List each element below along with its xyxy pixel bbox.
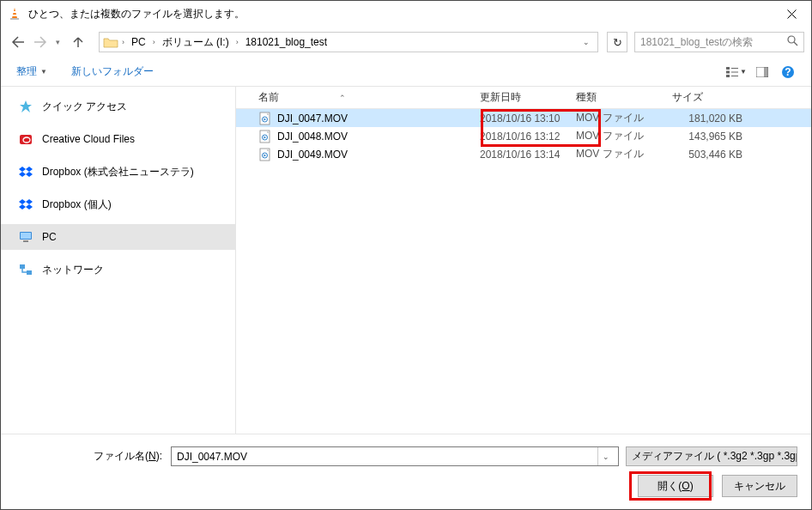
history-dropdown[interactable]: ▾	[52, 38, 63, 46]
file-name: DJI_0049.MOV	[277, 149, 348, 161]
file-size: 143,965 KB	[672, 131, 758, 143]
sidebar-item-creative-cloud[interactable]: Creative Cloud Files	[1, 126, 235, 152]
svg-text:?: ?	[785, 66, 791, 78]
col-date[interactable]: 更新日時	[480, 90, 576, 105]
search-input[interactable]: 181021_blog_testの検索	[634, 32, 804, 52]
svg-rect-1	[10, 18, 19, 20]
chevron-right-icon: ›	[151, 38, 157, 46]
toolbar: 整理▼ 新しいフォルダー ▼ ?	[1, 58, 811, 87]
file-list-pane: 名前⌃ 更新日時 種類 サイズ DJI_0047.MOV2018/10/16 1…	[236, 87, 811, 434]
search-icon	[787, 35, 798, 49]
chevron-right-icon: ›	[120, 38, 126, 46]
address-dropdown[interactable]: ⌄	[579, 38, 594, 46]
video-file-icon	[258, 130, 272, 143]
folder-icon	[103, 35, 118, 49]
col-name[interactable]: 名前⌃	[258, 90, 480, 105]
svg-rect-27	[21, 233, 31, 239]
filetype-filter[interactable]: メディアファイル ( *.3g2 *.3gp *.3gp ⌄	[626, 446, 797, 466]
creative-cloud-icon	[18, 131, 33, 147]
svg-rect-6	[726, 70, 730, 73]
file-name: DJI_0047.MOV	[277, 112, 348, 124]
search-placeholder: 181021_blog_testの検索	[640, 35, 787, 50]
file-row[interactable]: DJI_0049.MOV2018/10/16 13:14MOV ファイル503,…	[236, 145, 811, 163]
refresh-button[interactable]: ↻	[607, 32, 627, 52]
sidebar-item-dropbox-1[interactable]: Dropbox (株式会社ニューステラ)	[1, 159, 235, 185]
svg-marker-24	[19, 204, 26, 209]
forward-button[interactable]	[30, 32, 51, 52]
pc-icon	[18, 229, 33, 245]
svg-rect-12	[764, 67, 768, 77]
sidebar: クイック アクセス Creative Cloud Files Dropbox (…	[1, 87, 236, 434]
svg-point-4	[788, 36, 795, 43]
new-folder-button[interactable]: 新しいフォルダー	[66, 61, 159, 82]
file-size: 181,020 KB	[672, 112, 758, 124]
col-type[interactable]: 種類	[576, 90, 672, 105]
video-file-icon	[258, 148, 272, 161]
network-icon	[18, 262, 33, 277]
column-headers: 名前⌃ 更新日時 種類 サイズ	[236, 87, 811, 109]
svg-rect-2	[13, 11, 16, 13]
file-rows: DJI_0047.MOV2018/10/16 13:10MOV ファイル181,…	[236, 109, 811, 434]
filename-dropdown[interactable]: ⌄	[597, 447, 613, 465]
back-button[interactable]	[8, 32, 28, 52]
col-size[interactable]: サイズ	[672, 90, 758, 105]
file-row[interactable]: DJI_0048.MOV2018/10/16 13:12MOV ファイル143,…	[236, 127, 811, 145]
sort-indicator-icon: ⌃	[339, 94, 346, 102]
help-button[interactable]: ?	[775, 63, 801, 82]
file-date: 2018/10/16 13:10	[480, 112, 576, 124]
sidebar-item-quick-access[interactable]: クイック アクセス	[1, 94, 235, 119]
dropbox-icon	[18, 197, 33, 212]
quick-access-icon	[18, 99, 33, 114]
chevron-right-icon: ›	[234, 38, 240, 46]
file-name: DJI_0048.MOV	[277, 131, 348, 143]
breadcrumb-folder[interactable]: 181021_blog_test	[242, 36, 330, 48]
svg-rect-10	[731, 76, 738, 76]
svg-rect-28	[23, 240, 28, 242]
svg-marker-20	[19, 172, 26, 177]
close-button[interactable]	[773, 1, 811, 27]
svg-rect-7	[726, 75, 730, 77]
breadcrumb-volume[interactable]: ボリューム (I:)	[159, 35, 233, 50]
svg-marker-22	[19, 199, 26, 204]
sidebar-item-pc[interactable]: PC	[1, 224, 235, 250]
file-type: MOV ファイル	[576, 147, 672, 161]
dialog-title: ひとつ、または複数のファイルを選択します。	[28, 7, 773, 21]
file-size: 503,446 KB	[672, 149, 758, 161]
svg-rect-29	[20, 264, 25, 269]
svg-rect-5	[726, 67, 730, 70]
file-type: MOV ファイル	[576, 111, 672, 125]
svg-rect-8	[731, 68, 738, 69]
file-open-dialog: ひとつ、または複数のファイルを選択します。 ▾ › PC › ボリューム (I:…	[0, 0, 812, 510]
svg-marker-18	[19, 167, 26, 172]
file-row[interactable]: DJI_0047.MOV2018/10/16 13:10MOV ファイル181,…	[236, 109, 811, 127]
filename-label: ファイル名(N):	[1, 449, 171, 464]
file-date: 2018/10/16 13:12	[480, 131, 576, 143]
up-button[interactable]	[68, 32, 88, 52]
file-date: 2018/10/16 13:14	[480, 149, 576, 161]
view-options-button[interactable]: ▼	[724, 63, 749, 82]
sidebar-item-network[interactable]: ネットワーク	[1, 257, 235, 282]
svg-marker-19	[26, 167, 33, 172]
organize-button[interactable]: 整理▼	[11, 61, 52, 82]
svg-rect-9	[731, 71, 738, 72]
svg-marker-21	[26, 172, 33, 177]
svg-marker-23	[26, 199, 33, 204]
body: クイック アクセス Creative Cloud Files Dropbox (…	[1, 87, 811, 434]
footer: ファイル名(N): DJI_0047.MOV ⌄ メディアファイル ( *.3g…	[1, 434, 811, 509]
titlebar: ひとつ、または複数のファイルを選択します。	[1, 1, 811, 27]
chevron-down-icon: ▼	[740, 68, 747, 76]
svg-rect-3	[12, 15, 17, 16]
dropbox-icon	[18, 164, 33, 179]
open-button[interactable]: 開く(O)	[638, 475, 713, 497]
nav-bar: ▾ › PC › ボリューム (I:) › 181021_blog_test ⌄…	[1, 27, 811, 58]
svg-marker-25	[26, 204, 33, 209]
breadcrumb-pc[interactable]: PC	[128, 36, 149, 48]
vlc-icon	[8, 7, 21, 21]
preview-pane-button[interactable]	[749, 63, 775, 82]
filename-input[interactable]: DJI_0047.MOV ⌄	[171, 446, 619, 466]
address-bar[interactable]: › PC › ボリューム (I:) › 181021_blog_test ⌄	[99, 32, 598, 52]
cancel-button[interactable]: キャンセル	[722, 475, 797, 497]
video-file-icon	[258, 112, 272, 125]
sidebar-item-dropbox-2[interactable]: Dropbox (個人)	[1, 191, 235, 217]
svg-marker-15	[20, 100, 32, 112]
